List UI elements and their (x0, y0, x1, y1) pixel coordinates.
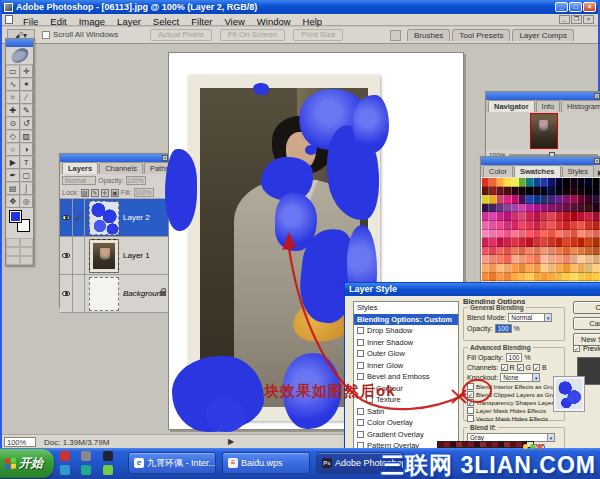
color-swatch[interactable] (593, 238, 600, 247)
color-swatch[interactable] (504, 273, 511, 282)
color-swatch[interactable] (563, 255, 570, 264)
layer-row[interactable]: 🖌Layer 2 (60, 199, 169, 237)
link-cell[interactable] (73, 275, 85, 312)
lasso-tool-icon[interactable]: ∿ (6, 78, 20, 91)
color-swatch[interactable] (482, 178, 489, 187)
option-checkbox[interactable] (467, 407, 474, 414)
color-swatch[interactable] (512, 273, 519, 282)
color-swatch[interactable] (593, 187, 600, 196)
close-icon[interactable]: × (594, 158, 600, 164)
color-swatch[interactable] (489, 221, 496, 230)
color-swatch[interactable] (504, 264, 511, 273)
color-swatch[interactable] (519, 195, 526, 204)
color-swatch[interactable] (548, 230, 555, 239)
color-swatch[interactable] (571, 187, 578, 196)
link-cell[interactable]: 🖌 (73, 199, 85, 236)
color-swatch[interactable] (571, 273, 578, 282)
color-swatch[interactable] (585, 255, 592, 264)
color-swatch[interactable] (541, 273, 548, 282)
doc-restore-button[interactable]: ❐ (571, 15, 582, 24)
color-swatch[interactable] (519, 238, 526, 247)
zoom-percent-field[interactable]: 100% (4, 437, 36, 447)
color-swatch[interactable] (548, 273, 555, 282)
quick-mask-button[interactable] (20, 238, 34, 247)
color-swatch[interactable] (578, 204, 585, 213)
color-swatch[interactable] (563, 195, 570, 204)
color-swatch[interactable] (578, 264, 585, 273)
color-swatch[interactable] (504, 187, 511, 196)
color-swatch[interactable] (541, 212, 548, 221)
lock-transparency-icon[interactable]: ▨ (81, 189, 89, 197)
color-swatch[interactable] (563, 187, 570, 196)
color-swatch[interactable] (497, 264, 504, 273)
eye-icon[interactable] (62, 291, 70, 296)
color-swatch[interactable] (548, 264, 555, 273)
color-swatch[interactable] (519, 255, 526, 264)
effect-checkbox[interactable] (357, 339, 364, 346)
opacity-value[interactable]: 100 (495, 324, 512, 333)
effect-item-inner-shadow[interactable]: Inner Shadow (354, 337, 458, 349)
color-swatch[interactable] (556, 187, 563, 196)
effect-checkbox[interactable] (357, 350, 364, 357)
color-swatch[interactable] (512, 238, 519, 247)
color-swatch[interactable] (519, 212, 526, 221)
color-swatch[interactable] (563, 273, 570, 282)
navigator-tab-histogram[interactable]: Histogram (561, 100, 600, 112)
channel-b-checkbox[interactable]: ✓ (533, 364, 540, 371)
color-swatch[interactable] (548, 195, 555, 204)
color-swatch[interactable] (541, 255, 548, 264)
color-swatch[interactable] (548, 238, 555, 247)
menu-filter[interactable]: Filter (185, 16, 218, 27)
close-icon[interactable]: × (594, 93, 600, 99)
channel-g-checkbox[interactable]: ✓ (517, 364, 524, 371)
advanced-option[interactable]: Blend Interior Effects as Group (464, 382, 564, 390)
gradient-tool-icon[interactable]: ▨ (20, 130, 34, 143)
cancel-button[interactable]: Cancel (573, 317, 600, 330)
task-button[interactable]: e九霄环佩 - Inter... (128, 452, 216, 474)
effect-item-texture[interactable]: Texture (354, 394, 458, 406)
color-swatch[interactable] (563, 221, 570, 230)
doc-minimize-button[interactable]: _ (559, 15, 570, 24)
layers-tab-channels[interactable]: Channels (99, 162, 143, 174)
magic-wand-tool-icon[interactable]: ✶ (20, 78, 34, 91)
type-tool-icon[interactable]: T (20, 156, 34, 169)
color-swatch[interactable] (482, 238, 489, 247)
color-swatch[interactable] (482, 247, 489, 256)
advanced-option[interactable]: Layer Mask Hides Effects (464, 406, 564, 414)
color-swatch[interactable] (504, 204, 511, 213)
preview-checkbox[interactable]: ✓ (573, 345, 580, 352)
color-swatch[interactable] (497, 230, 504, 239)
quick-launch-icon[interactable] (81, 465, 91, 475)
color-swatch[interactable] (585, 204, 592, 213)
layer-thumbnail[interactable] (89, 277, 119, 311)
color-swatch[interactable] (489, 204, 496, 213)
color-swatch[interactable] (482, 230, 489, 239)
quick-launch-icon[interactable] (103, 465, 113, 475)
scroll-all-windows-option[interactable]: Scroll All Windows (42, 30, 118, 39)
preview-option[interactable]: ✓ Preview (573, 345, 600, 352)
scroll-all-windows-checkbox[interactable] (42, 31, 50, 39)
color-swatch[interactable] (556, 204, 563, 213)
advanced-option[interactable]: ✓Blend Clipped Layers as Group (464, 390, 564, 398)
color-swatch[interactable] (512, 187, 519, 196)
option-checkbox[interactable]: ✓ (467, 399, 474, 406)
eye-icon[interactable] (62, 215, 70, 220)
color-swatch[interactable] (556, 195, 563, 204)
color-swatch[interactable] (585, 221, 592, 230)
color-swatch[interactable] (593, 264, 600, 273)
advanced-option[interactable]: ✓Transparency Shapes Layer (464, 398, 564, 406)
color-swatch[interactable] (563, 247, 570, 256)
swatches-tab-styles[interactable]: Styles (562, 165, 594, 177)
color-swatch[interactable] (519, 247, 526, 256)
menu-select[interactable]: Select (147, 16, 185, 27)
color-swatch[interactable] (593, 195, 600, 204)
color-swatch[interactable] (519, 204, 526, 213)
color-swatch[interactable] (563, 264, 570, 273)
color-swatch[interactable] (593, 178, 600, 187)
blur-tool-icon[interactable]: ○ (6, 143, 20, 156)
menu-view[interactable]: View (218, 16, 250, 27)
color-swatch[interactable] (556, 264, 563, 273)
effect-checkbox[interactable] (366, 396, 373, 403)
styles-list-item[interactable]: Styles (354, 302, 458, 314)
fill-opacity-value[interactable]: 100 (506, 353, 523, 362)
